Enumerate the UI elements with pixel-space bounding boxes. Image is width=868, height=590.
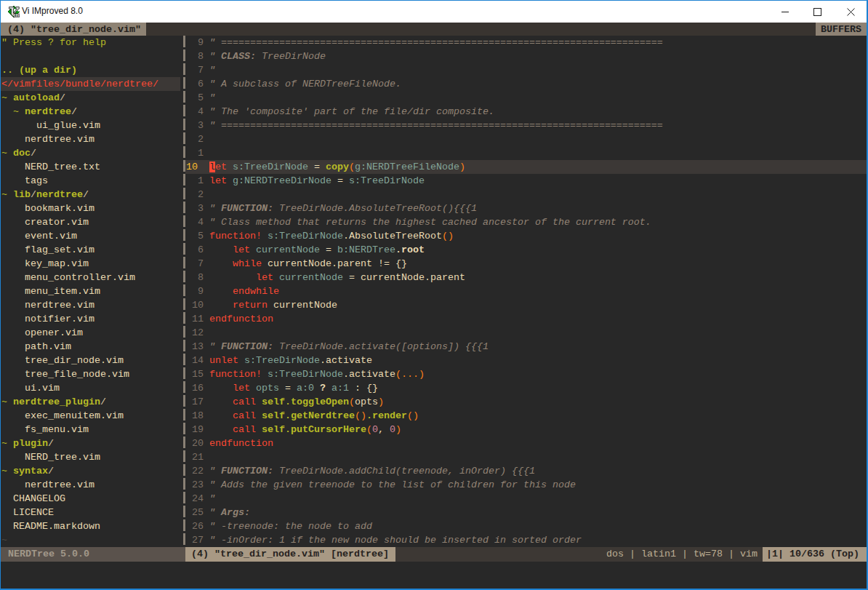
svg-text:im: im (14, 11, 20, 17)
